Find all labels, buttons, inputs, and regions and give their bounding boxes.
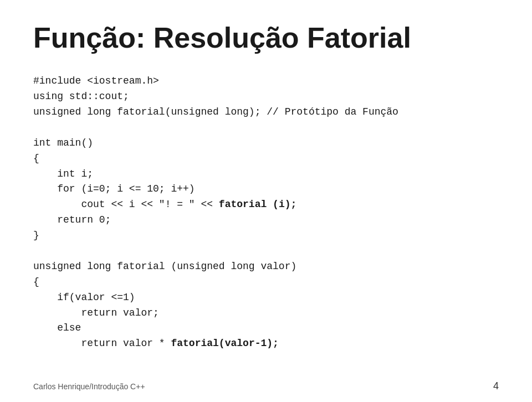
code-line-5: int main() bbox=[33, 136, 499, 151]
footer-page-number: 4 bbox=[493, 380, 499, 392]
code-line-2: using std::cout; bbox=[33, 89, 499, 105]
code-line-16: return valor; bbox=[33, 306, 499, 321]
code-line-3: unsigned long fatorial(unsigned long); /… bbox=[33, 105, 499, 120]
fatorial-call-bold: fatorial (i); bbox=[219, 199, 296, 210]
code-line-10: return 0; bbox=[33, 213, 499, 228]
recursive-call-bold: fatorial(valor-1); bbox=[171, 338, 278, 349]
code-line-15: if(valor <=1) bbox=[33, 290, 499, 306]
code-line-12 bbox=[33, 244, 499, 259]
slide-container: Função: Resolução Fatorial #include <ios… bbox=[0, 0, 532, 402]
code-line-4 bbox=[33, 120, 499, 136]
code-line-8: for (i=0; i <= 10; i++) bbox=[33, 182, 499, 197]
code-line-17: else bbox=[33, 321, 499, 336]
code-line-13: unsigned long fatorial (unsigned long va… bbox=[33, 259, 499, 275]
code-line-6: { bbox=[33, 151, 499, 167]
footer-left: Carlos Henrique/Introdução C++ bbox=[33, 382, 145, 391]
slide-title: Função: Resolução Fatorial bbox=[33, 22, 499, 54]
footer: Carlos Henrique/Introdução C++ 4 bbox=[0, 380, 532, 392]
code-line-11: } bbox=[33, 228, 499, 244]
code-line-9: cout << i << "! = " << fatorial (i); bbox=[33, 197, 499, 213]
code-line-1: #include <iostream.h> bbox=[33, 74, 499, 89]
code-block: #include <iostream.h> using std::cout; u… bbox=[33, 74, 499, 352]
code-line-18: return valor * fatorial(valor-1); bbox=[33, 336, 499, 352]
code-line-14: { bbox=[33, 275, 499, 290]
code-line-7: int i; bbox=[33, 167, 499, 182]
